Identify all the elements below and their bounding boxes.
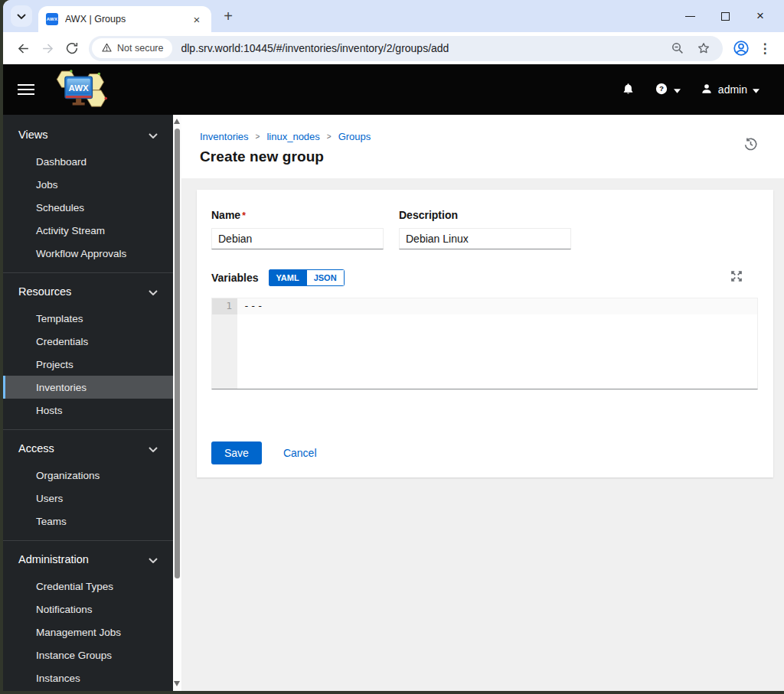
sidebar-item-label: Organizations <box>36 470 100 481</box>
svg-text:?: ? <box>659 84 664 93</box>
window-maximize-button[interactable] <box>707 5 743 28</box>
history-icon[interactable] <box>743 137 759 152</box>
window-close-button[interactable]: × <box>743 5 778 28</box>
awx-logo[interactable]: AWX <box>52 68 113 111</box>
profile-button[interactable] <box>729 36 753 60</box>
sidebar-item-workflow-approvals[interactable]: Workflow Approvals <box>3 242 173 265</box>
sidebar-item-label: Instance Groups <box>36 650 112 661</box>
scrollbar-thumb[interactable] <box>175 129 180 578</box>
minimize-icon <box>685 16 695 17</box>
cancel-button[interactable]: Cancel <box>283 447 317 459</box>
breadcrumb-separator: > <box>256 132 260 141</box>
name-input[interactable] <box>211 228 384 249</box>
variables-label: Variables <box>211 272 259 284</box>
sidebar-group-label: Access <box>18 442 54 455</box>
notifications-bell-button[interactable] <box>622 82 635 98</box>
user-icon <box>701 83 713 97</box>
sidebar-item-dashboard[interactable]: Dashboard <box>3 150 173 173</box>
sidebar-group-administration[interactable]: Administration <box>3 544 173 575</box>
sidebar-item-hosts[interactable]: Hosts <box>3 399 173 422</box>
help-icon: ? <box>655 82 668 98</box>
breadcrumb: Inventories > linux_nodes > Groups <box>200 131 766 142</box>
sidebar-item-organizations[interactable]: Organizations <box>3 464 173 487</box>
tab-search-button[interactable] <box>11 5 32 27</box>
expand-icon[interactable] <box>730 270 743 282</box>
back-button[interactable] <box>11 36 35 60</box>
sidebar-item-users[interactable]: Users <box>3 487 173 510</box>
awx-favicon: AWX <box>46 13 58 25</box>
sidebar-item-jobs[interactable]: Jobs <box>3 173 173 196</box>
yaml-toggle-button[interactable]: YAML <box>269 269 307 286</box>
sidebar-group-access[interactable]: Access <box>3 433 173 464</box>
svg-text:AWX: AWX <box>69 83 90 93</box>
description-input[interactable] <box>399 228 571 249</box>
sidebar-item-instance-groups[interactable]: Instance Groups <box>3 643 173 666</box>
browser-menu-button[interactable]: ⋮ <box>753 37 776 60</box>
url-text: dlp.srv.world:10445/#/inventories/invent… <box>181 42 662 54</box>
browser-tab[interactable]: AWX AWX | Groups × <box>38 6 211 32</box>
sidebar-item-label: Management Jobs <box>36 627 121 638</box>
sidebar-item-schedules[interactable]: Schedules <box>3 196 173 219</box>
required-asterisk: * <box>242 210 246 221</box>
sidebar-item-activity-stream[interactable]: Activity Stream <box>3 219 173 242</box>
tab-title: AWX | Groups <box>65 14 190 24</box>
json-toggle-button[interactable]: JSON <box>307 269 345 286</box>
line-number: 1 <box>212 298 237 314</box>
tab-close-icon[interactable]: × <box>190 12 204 26</box>
sidebar-group-label: Administration <box>18 553 89 565</box>
sidebar-item-teams[interactable]: Teams <box>3 510 173 533</box>
window-controls: × <box>672 5 784 28</box>
sidebar-group-label: Views <box>18 129 47 141</box>
chevron-down-icon <box>149 129 158 141</box>
sidebar-scrollbar[interactable] <box>173 115 181 691</box>
sidebar-item-label: Projects <box>36 359 74 370</box>
name-label: Name* <box>211 209 246 221</box>
bookmark-star-icon[interactable] <box>694 38 714 58</box>
forward-button[interactable] <box>35 36 60 60</box>
breadcrumb-link-inventory-name[interactable]: linux_nodes <box>266 131 319 142</box>
sidebar-item-templates[interactable]: Templates <box>3 307 173 330</box>
sidebar-item-label: Instances <box>36 673 80 684</box>
sidebar-group-resources[interactable]: Resources <box>3 276 173 307</box>
save-button[interactable]: Save <box>211 441 262 464</box>
sidebar-item-notifications[interactable]: Notifications <box>3 598 173 621</box>
security-chip-label: Not secure <box>117 43 163 54</box>
editor-content[interactable]: --- <box>237 298 757 389</box>
chevron-down-icon <box>17 9 26 23</box>
nav-toggle-button[interactable] <box>18 81 36 98</box>
browser-toolbar: Not secure dlp.srv.world:10445/#/invento… <box>3 32 784 64</box>
breadcrumb-link-groups[interactable]: Groups <box>338 131 371 142</box>
header-actions: ? admin <box>622 82 784 98</box>
sidebar-item-label: Hosts <box>36 405 63 416</box>
variables-editor[interactable]: 1 --- <box>211 298 758 389</box>
sidebar-item-management-jobs[interactable]: Management Jobs <box>3 621 173 643</box>
sidebar-item-label: Templates <box>36 313 83 324</box>
browser-tab-strip: AWX AWX | Groups × + × <box>3 0 784 32</box>
security-chip[interactable]: Not secure <box>92 38 172 58</box>
caret-down-icon <box>753 83 760 96</box>
scrollbar-down-arrow-icon[interactable] <box>174 681 180 686</box>
page-header: Inventories > linux_nodes > Groups Creat… <box>181 115 784 178</box>
help-menu-button[interactable]: ? <box>655 82 681 98</box>
breadcrumb-link-inventories[interactable]: Inventories <box>200 131 249 142</box>
sidebar-item-projects[interactable]: Projects <box>3 353 173 376</box>
user-menu-button[interactable]: admin <box>701 83 760 97</box>
sidebar-item-credentials[interactable]: Credentials <box>3 330 173 353</box>
sidebar-item-instances[interactable]: Instances <box>3 666 173 689</box>
main-content: Inventories > linux_nodes > Groups Creat… <box>181 115 784 691</box>
sidebar-item-inventories[interactable]: Inventories <box>3 376 173 399</box>
reload-button[interactable] <box>60 36 84 60</box>
format-toggle-group: YAML JSON <box>269 269 345 286</box>
sidebar-item-label: Schedules <box>36 202 84 213</box>
sidebar-item-label: Workflow Approvals <box>36 248 126 259</box>
code-line-1: --- <box>237 298 757 314</box>
sidebar-group-views[interactable]: Views <box>3 119 173 150</box>
new-tab-button[interactable]: + <box>217 5 239 27</box>
sidebar-item-credential-types[interactable]: Credential Types <box>3 575 173 598</box>
address-bar[interactable]: Not secure dlp.srv.world:10445/#/invento… <box>89 36 723 61</box>
zoom-icon[interactable] <box>668 38 688 58</box>
scrollbar-up-arrow-icon[interactable] <box>174 119 180 124</box>
editor-gutter: 1 <box>212 298 237 389</box>
window-minimize-button[interactable] <box>672 5 707 28</box>
sidebar-item-label: Activity Stream <box>36 225 105 236</box>
